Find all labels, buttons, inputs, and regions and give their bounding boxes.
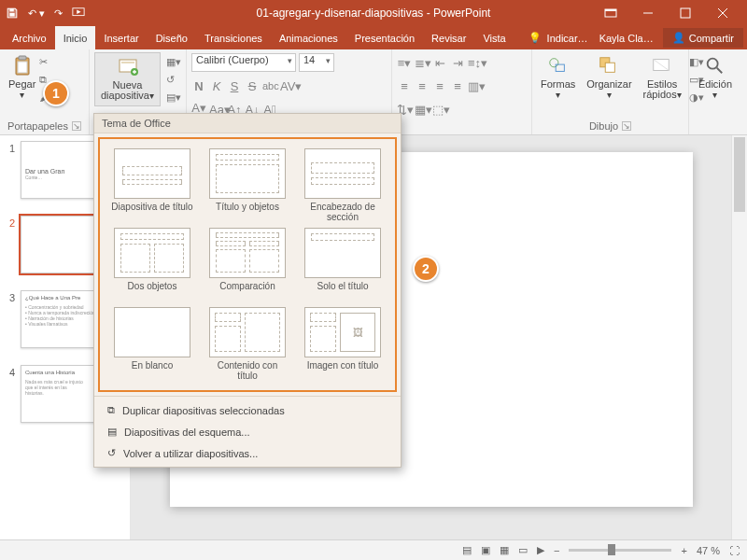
bold-button[interactable]: N bbox=[191, 79, 206, 93]
quick-styles-button[interactable]: Estilos rápidos▾ bbox=[640, 52, 685, 106]
numbering-button[interactable]: ≣▾ bbox=[415, 56, 430, 70]
arrange-button[interactable]: Organizar▾ bbox=[583, 52, 635, 106]
underline-button[interactable]: S bbox=[227, 79, 242, 93]
layout-picture-caption[interactable]: 🖼 Imagen con título bbox=[302, 307, 384, 381]
tell-me-icon[interactable]: 💡 bbox=[525, 32, 545, 44]
editing-label: Edición bbox=[698, 78, 732, 90]
layout-section-header[interactable]: Encabezado de sección bbox=[302, 148, 384, 222]
zoom-out-button[interactable]: − bbox=[554, 545, 559, 556]
strike-button[interactable]: S bbox=[245, 79, 260, 93]
vertical-scrollbar[interactable] bbox=[731, 135, 747, 539]
menu-duplicate-slides[interactable]: ⧉Duplicar diapositivas seleccionadas bbox=[94, 399, 401, 421]
layout-blank[interactable]: En blanco bbox=[111, 307, 193, 381]
tab-transiciones[interactable]: Transiciones bbox=[196, 26, 271, 49]
svg-point-13 bbox=[549, 59, 557, 67]
menu-outline-slides[interactable]: ▤Diapositivas del esquema... bbox=[94, 421, 401, 442]
shapes-label: Formas bbox=[541, 78, 575, 90]
tab-presentacion[interactable]: Presentación bbox=[346, 26, 423, 49]
editing-button[interactable]: Edición▾ bbox=[694, 52, 737, 103]
find-icon bbox=[704, 55, 726, 77]
layout-title-slide[interactable]: Diapositiva de título bbox=[111, 148, 193, 222]
ribbon-display-icon[interactable] bbox=[592, 0, 629, 26]
tab-revisar[interactable]: Revisar bbox=[423, 26, 474, 49]
ribbon-tabs: Archivo Inicio Insertar Diseño Transicio… bbox=[0, 26, 747, 49]
layout-title-content[interactable]: Título y objetos bbox=[206, 148, 289, 222]
columns-button[interactable]: ▥▾ bbox=[468, 79, 483, 93]
justify-button[interactable]: ≡ bbox=[450, 79, 465, 93]
share-label: Compartir bbox=[689, 33, 734, 44]
dialog-launcher-icon[interactable]: ↘ bbox=[72, 121, 81, 131]
close-button[interactable] bbox=[704, 0, 741, 26]
line-spacing-button[interactable]: ≡↕▾ bbox=[468, 56, 483, 70]
tell-me-label[interactable]: Indicar… bbox=[547, 33, 598, 44]
clipboard-icon bbox=[11, 55, 34, 77]
redo-icon[interactable]: ↷ bbox=[54, 7, 63, 20]
reset-icon[interactable]: ↺ bbox=[166, 74, 181, 89]
title-bar: ↶ ▾ ↷ 01-agregar-y-disenar-diapositivas … bbox=[0, 0, 747, 26]
layout-title-only[interactable]: Solo el título bbox=[302, 228, 384, 301]
zoom-level[interactable]: 47 % bbox=[697, 545, 720, 556]
svg-rect-2 bbox=[605, 9, 616, 11]
callout-2: 2 bbox=[413, 256, 439, 282]
arrange-label: Organizar bbox=[586, 78, 631, 90]
undo-icon[interactable]: ↶ ▾ bbox=[28, 7, 45, 20]
layout-comparison[interactable]: Comparación bbox=[206, 228, 289, 301]
save-icon[interactable] bbox=[6, 7, 19, 20]
shapes-icon bbox=[547, 55, 570, 77]
tab-vista[interactable]: Vista bbox=[474, 26, 514, 49]
svg-point-18 bbox=[708, 59, 718, 69]
layout-content-caption[interactable]: Contenido con título bbox=[206, 307, 289, 381]
paste-button[interactable]: Pegar▾ bbox=[5, 52, 39, 106]
tab-inicio[interactable]: Inicio bbox=[55, 26, 96, 49]
view-normal-icon[interactable]: ▣ bbox=[481, 544, 490, 556]
quick-styles-label: Estilos rápidos bbox=[643, 78, 678, 100]
callout-1: 1 bbox=[43, 80, 69, 106]
shadow-button[interactable]: abc bbox=[262, 80, 277, 91]
new-slide-gallery: Tema de Office Diapositiva de título Tít… bbox=[93, 113, 402, 468]
dialog-launcher-drawing-icon[interactable]: ↘ bbox=[622, 121, 631, 131]
new-slide-icon bbox=[117, 56, 139, 78]
svg-rect-8 bbox=[19, 56, 26, 60]
share-button[interactable]: 👤 Compartir bbox=[663, 28, 743, 48]
start-slideshow-icon[interactable] bbox=[72, 7, 85, 20]
minimize-button[interactable] bbox=[629, 0, 667, 26]
tab-insertar[interactable]: Insertar bbox=[95, 26, 147, 49]
group-clipboard: Portapapeles bbox=[7, 120, 68, 132]
align-right-button[interactable]: ≡ bbox=[432, 79, 447, 93]
zoom-slider[interactable] bbox=[569, 549, 671, 552]
account-name[interactable]: Kayla Cla… bbox=[599, 33, 661, 44]
arrange-icon bbox=[598, 55, 620, 77]
align-text-button[interactable]: ▦▾ bbox=[415, 103, 430, 117]
fit-to-window-icon[interactable]: ⛶ bbox=[729, 545, 740, 556]
zoom-in-button[interactable]: + bbox=[681, 545, 686, 556]
italic-button[interactable]: K bbox=[209, 79, 224, 93]
layout-icon[interactable]: ▦▾ bbox=[166, 56, 181, 71]
section-icon[interactable]: ▤▾ bbox=[166, 91, 181, 106]
view-slideshow-icon[interactable]: ▶ bbox=[537, 544, 544, 556]
align-left-button[interactable]: ≡ bbox=[397, 79, 412, 93]
tab-diseno[interactable]: Diseño bbox=[148, 26, 196, 49]
view-reading-icon[interactable]: ▭ bbox=[518, 544, 528, 556]
indent-inc-button[interactable]: ⇥ bbox=[450, 56, 465, 70]
view-sorter-icon[interactable]: ▦ bbox=[500, 544, 509, 556]
paste-label: Pegar bbox=[8, 78, 35, 90]
align-center-button[interactable]: ≡ bbox=[415, 79, 430, 93]
layout-two-content[interactable]: Dos objetos bbox=[111, 228, 193, 301]
font-size-select[interactable]: 14 bbox=[299, 53, 334, 72]
smartart-button[interactable]: ⬚▾ bbox=[432, 103, 447, 117]
maximize-button[interactable] bbox=[667, 0, 704, 26]
font-name-select[interactable]: Calibri (Cuerpo) bbox=[191, 53, 296, 72]
tab-animaciones[interactable]: Animaciones bbox=[271, 26, 346, 49]
notes-button[interactable]: ▤ bbox=[462, 544, 472, 556]
new-slide-button[interactable]: Nueva diapositiva▾ bbox=[94, 52, 161, 106]
shapes-button[interactable]: Formas▾ bbox=[537, 52, 579, 106]
bullets-button[interactable]: ≡▾ bbox=[397, 56, 412, 70]
char-spacing-button[interactable]: AV▾ bbox=[280, 79, 295, 93]
scrollbar-thumb[interactable] bbox=[734, 137, 745, 212]
menu-reuse-slides[interactable]: ↺Volver a utilizar diapositivas... bbox=[94, 442, 401, 464]
cut-icon[interactable]: ✂ bbox=[39, 56, 54, 71]
indent-dec-button[interactable]: ⇤ bbox=[432, 56, 447, 70]
reuse-icon: ↺ bbox=[107, 447, 116, 459]
tab-archivo[interactable]: Archivo bbox=[4, 26, 55, 49]
outline-icon: ▤ bbox=[107, 426, 117, 438]
